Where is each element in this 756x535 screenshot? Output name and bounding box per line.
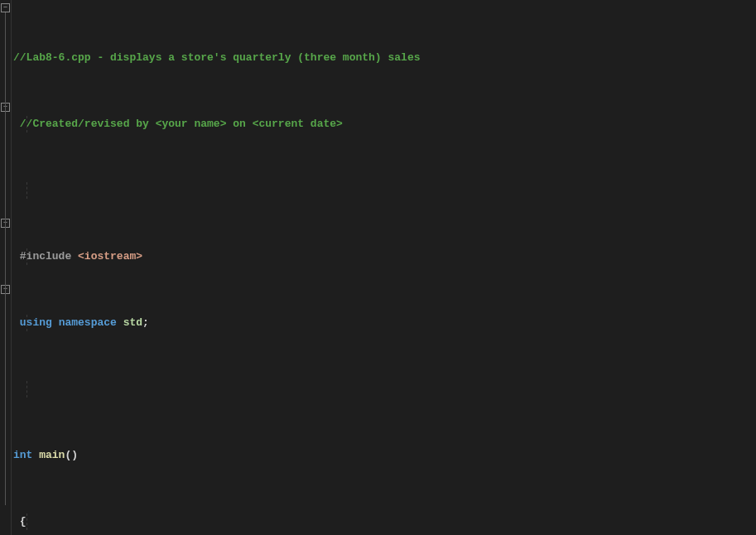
code-line[interactable]: #include <iostream> xyxy=(12,248,620,265)
namespace: std xyxy=(123,316,142,329)
code-area[interactable]: //Lab8-6.cpp - displays a store's quarte… xyxy=(12,0,620,535)
include-path: <iostream> xyxy=(78,250,142,263)
fold-guide-line xyxy=(5,12,6,505)
punct: ; xyxy=(142,316,149,329)
comment-text: //Created/revised by <your name> on <cur… xyxy=(20,118,343,130)
code-line[interactable]: using namespace std; xyxy=(12,315,620,331)
code-line[interactable]: //Lab8-6.cpp - displays a store's quarte… xyxy=(12,50,620,66)
code-line[interactable] xyxy=(12,182,620,199)
func-name: main xyxy=(39,449,65,461)
keyword: using xyxy=(20,316,59,329)
code-line[interactable] xyxy=(12,381,620,398)
type: int xyxy=(13,449,39,461)
code-line[interactable]: { xyxy=(12,513,620,530)
code-editor: − − − − //Lab8-6.cpp - displays a store'… xyxy=(0,0,756,535)
code-line[interactable]: //Created/revised by <your name> on <cur… xyxy=(12,116,620,133)
comment-text: //Lab8-6.cpp - displays a store's quarte… xyxy=(13,50,620,66)
parens: () xyxy=(65,449,78,461)
fold-toggle-icon[interactable]: − xyxy=(1,3,10,12)
keyword: namespace xyxy=(59,316,123,329)
code-line[interactable]: int main() xyxy=(12,447,620,464)
fold-gutter: − − − − xyxy=(0,0,12,535)
brace: { xyxy=(20,515,26,528)
preproc: #include xyxy=(20,250,78,263)
